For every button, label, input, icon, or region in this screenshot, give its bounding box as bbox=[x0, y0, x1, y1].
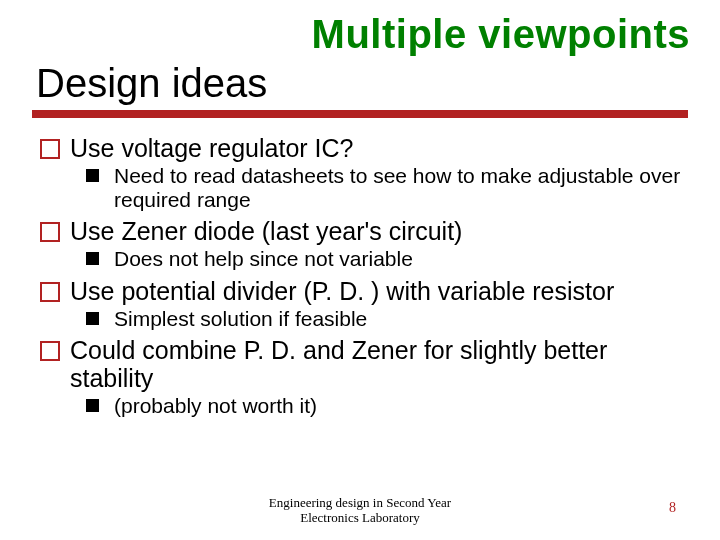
bullet-level1: Could combine P. D. and Zener for slight… bbox=[36, 336, 684, 392]
slide-header: Multiple viewpoints Design ideas bbox=[36, 16, 684, 108]
bullet-level2: Simplest solution if feasible bbox=[36, 307, 684, 331]
page-number: 8 bbox=[669, 500, 676, 516]
slide-content: Use voltage regulator IC? Need to read d… bbox=[36, 134, 684, 418]
bullet-level2: Need to read datasheets to see how to ma… bbox=[36, 164, 684, 211]
title-underline bbox=[36, 110, 684, 120]
rule-bar bbox=[32, 110, 688, 118]
footer-line: Electronics Laboratory bbox=[0, 511, 720, 526]
footer-line: Engineering design in Second Year bbox=[0, 496, 720, 511]
bullet-level2: (probably not worth it) bbox=[36, 394, 684, 418]
bullet-level1: Use potential divider (P. D. ) with vari… bbox=[36, 277, 684, 305]
bullet-level1: Use Zener diode (last year's circuit) bbox=[36, 217, 684, 245]
bullet-level2: Does not help since not variable bbox=[36, 247, 684, 271]
slide-footer: Engineering design in Second Year Electr… bbox=[0, 496, 720, 526]
slide: Multiple viewpoints Design ideas Use vol… bbox=[0, 0, 720, 540]
bullet-level1: Use voltage regulator IC? bbox=[36, 134, 684, 162]
header-callout: Multiple viewpoints bbox=[312, 12, 690, 57]
slide-title: Design ideas bbox=[36, 61, 267, 106]
